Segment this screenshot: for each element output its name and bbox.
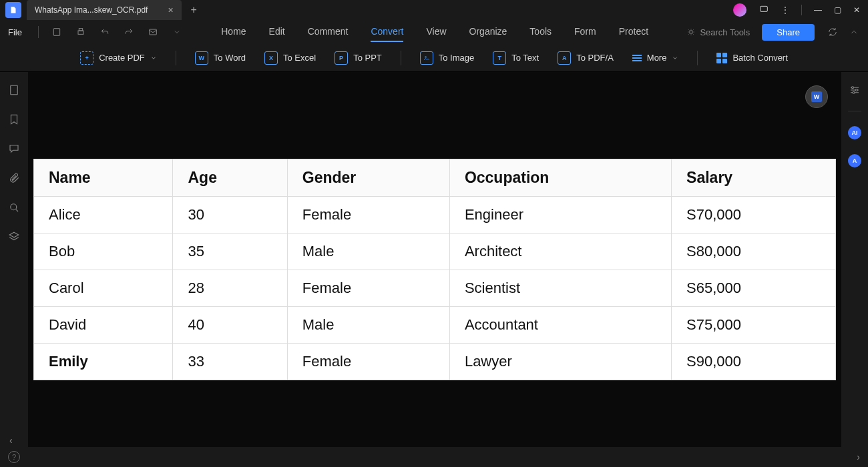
undo-icon[interactable] xyxy=(99,26,111,38)
window-close-button[interactable]: ✕ xyxy=(853,5,860,15)
more-icon xyxy=(632,55,642,61)
table-header-row: Name Age Gender Occupation Salary xyxy=(34,159,836,197)
mail-icon[interactable] xyxy=(147,26,159,38)
cell-occupation: Engineer xyxy=(449,197,671,234)
app-logo-icon xyxy=(5,2,21,18)
cell-age: 33 xyxy=(173,344,287,380)
chat-icon[interactable] xyxy=(758,4,769,17)
translate-badge-icon[interactable]: A xyxy=(848,154,861,167)
tab-comment[interactable]: Comment xyxy=(308,22,349,42)
close-tab-icon[interactable]: × xyxy=(168,5,173,15)
tab-tools[interactable]: Tools xyxy=(529,22,552,42)
menu-bar: File Home Edit Comment Convert View Orga… xyxy=(0,20,868,44)
prev-page-button[interactable]: ‹ xyxy=(9,435,13,446)
table-row: David40MaleAccountantS75,000 xyxy=(34,307,836,344)
comments-icon[interactable] xyxy=(8,143,20,155)
batch-convert-button[interactable]: Batch Convert xyxy=(716,53,787,63)
search-tools[interactable]: Search Tools xyxy=(686,27,750,37)
cell-name: Alice xyxy=(34,197,173,234)
to-ppt-label: To PPT xyxy=(353,53,382,63)
to-ppt-button[interactable]: P To PPT xyxy=(335,51,382,65)
svg-point-11 xyxy=(853,91,855,93)
svg-rect-2 xyxy=(78,31,83,34)
create-pdf-button[interactable]: + Create PDF xyxy=(80,51,157,65)
cell-occupation: Scientist xyxy=(449,270,671,307)
svg-rect-1 xyxy=(53,29,59,36)
to-text-button[interactable]: T To Text xyxy=(493,51,539,65)
tab-form[interactable]: Form xyxy=(574,22,596,42)
tab-convert[interactable]: Convert xyxy=(371,22,403,42)
to-image-button[interactable]: To Image xyxy=(420,51,474,65)
bookmarks-icon[interactable] xyxy=(8,113,20,125)
right-sidebar: AI A xyxy=(841,72,868,447)
document-page: Name Age Gender Occupation Salary Alice3… xyxy=(33,159,836,380)
main-tabs: Home Edit Comment Convert View Organize … xyxy=(195,22,674,42)
left-sidebar xyxy=(0,72,28,447)
new-tab-button[interactable]: + xyxy=(191,4,197,16)
sync-icon[interactable] xyxy=(827,26,839,38)
dropdown-icon[interactable] xyxy=(171,26,183,38)
word-mini-icon: W xyxy=(811,91,822,102)
cell-occupation: Lawyer xyxy=(449,344,671,380)
next-page-button[interactable]: › xyxy=(857,452,860,462)
word-float-badge[interactable]: W xyxy=(805,85,828,108)
pdfa-icon: A xyxy=(558,51,571,65)
to-image-label: To Image xyxy=(439,53,474,63)
tab-view[interactable]: View xyxy=(426,22,446,42)
tab-edit[interactable]: Edit xyxy=(269,22,285,42)
more-menu-icon[interactable]: ⋮ xyxy=(781,5,789,15)
to-pdfa-button[interactable]: A To PDF/A xyxy=(558,51,614,65)
window-minimize-button[interactable]: — xyxy=(814,5,822,15)
file-menu[interactable]: File xyxy=(8,27,22,37)
more-convert-button[interactable]: More xyxy=(632,53,679,63)
svg-rect-4 xyxy=(150,29,157,35)
print-icon[interactable] xyxy=(75,26,87,38)
to-word-button[interactable]: W To Word xyxy=(195,51,246,65)
share-button[interactable]: Share xyxy=(762,24,815,41)
convert-toolbar: + Create PDF W To Word X To Excel P To P… xyxy=(0,44,868,72)
save-icon[interactable] xyxy=(51,26,63,38)
table-row: Bob35MaleArchitectS80,000 xyxy=(34,234,836,270)
cell-salary: S80,000 xyxy=(672,234,836,270)
tab-organize[interactable]: Organize xyxy=(469,22,507,42)
to-pdfa-label: To PDF/A xyxy=(576,53,614,63)
to-excel-label: To Excel xyxy=(283,53,316,63)
ai-badge-icon[interactable]: AI xyxy=(848,126,861,139)
workspace: W Name Age Gender Occupation Salary Alic… xyxy=(0,72,868,447)
cell-age: 40 xyxy=(173,307,287,344)
document-canvas[interactable]: W Name Age Gender Occupation Salary Alic… xyxy=(28,72,841,447)
to-word-label: To Word xyxy=(214,53,246,63)
layers-icon[interactable] xyxy=(8,231,20,243)
tab-protect[interactable]: Protect xyxy=(619,22,648,42)
user-avatar[interactable] xyxy=(733,3,746,17)
cell-age: 28 xyxy=(173,270,287,307)
table-row: Alice30FemaleEngineerS70,000 xyxy=(34,197,836,234)
to-excel-button[interactable]: X To Excel xyxy=(264,51,316,65)
title-bar: WhatsApp Ima...skew_OCR.pdf × + ⋮ — ▢ ✕ xyxy=(0,0,868,20)
redo-icon[interactable] xyxy=(123,26,135,38)
image-icon xyxy=(420,51,433,65)
cell-occupation: Accountant xyxy=(449,307,671,344)
header-name: Name xyxy=(34,159,173,197)
document-tab[interactable]: WhatsApp Ima...skew_OCR.pdf × xyxy=(27,0,182,20)
svg-point-6 xyxy=(425,56,426,57)
cell-name: Bob xyxy=(34,234,173,270)
cell-salary: S70,000 xyxy=(672,197,836,234)
attachments-icon[interactable] xyxy=(8,172,20,184)
svg-point-9 xyxy=(852,87,854,89)
cell-gender: Female xyxy=(287,344,449,380)
batch-icon xyxy=(716,53,727,63)
help-icon[interactable]: ? xyxy=(8,451,20,463)
search-icon[interactable] xyxy=(8,201,20,213)
thumbnails-icon[interactable] xyxy=(8,84,20,96)
cell-salary: S65,000 xyxy=(672,270,836,307)
cell-occupation: Architect xyxy=(449,234,671,270)
svg-rect-7 xyxy=(11,85,18,95)
search-tools-label: Search Tools xyxy=(700,27,750,37)
window-maximize-button[interactable]: ▢ xyxy=(834,5,841,15)
settings-sliders-icon[interactable] xyxy=(849,84,861,96)
collapse-ribbon-icon[interactable] xyxy=(848,26,860,38)
tab-home[interactable]: Home xyxy=(221,22,246,42)
batch-label: Batch Convert xyxy=(732,53,787,63)
cell-name: Emily xyxy=(34,344,173,380)
